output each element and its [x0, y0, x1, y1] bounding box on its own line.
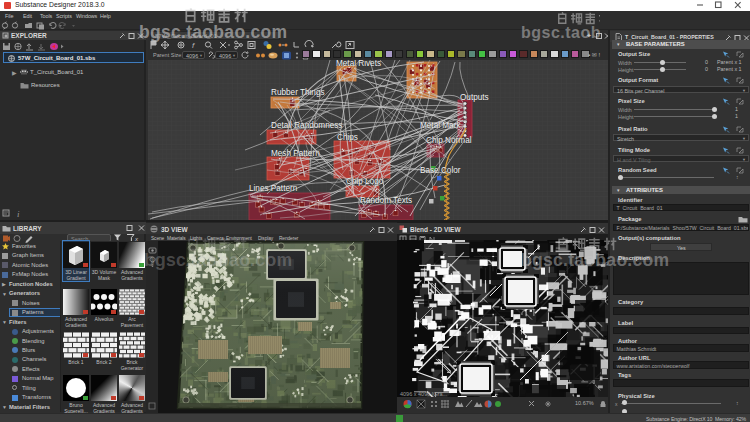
- svg-text:bgsc.taobao.com: bgsc.taobao.com: [521, 250, 669, 270]
- svg-text:bgsc.taobao.com: bgsc.taobao.com: [144, 250, 292, 270]
- svg-text:bgsc.taobao.com: bgsc.taobao.com: [521, 24, 660, 41]
- svg-text:bgsc.taobao.com: bgsc.taobao.com: [139, 22, 287, 42]
